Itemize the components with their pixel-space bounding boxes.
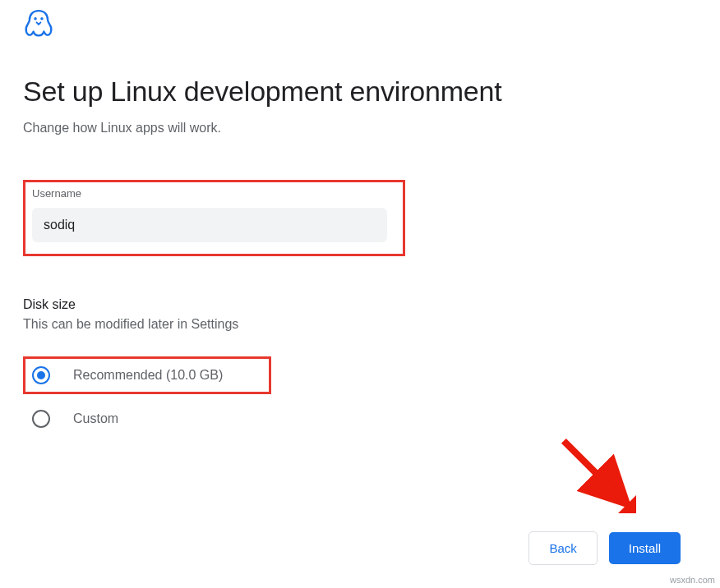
page-subtitle: Change how Linux apps will work. [23, 121, 697, 136]
back-button[interactable]: Back [528, 531, 597, 565]
radio-custom[interactable]: Custom [23, 402, 697, 435]
disk-size-hint: This can be modified later in Settings [23, 317, 697, 332]
svg-marker-4 [618, 495, 636, 513]
disk-size-options: Recommended (10.0 GB) Custom [23, 356, 697, 435]
radio-circle-selected-icon [32, 366, 50, 384]
watermark-text: wsxdn.com [670, 575, 715, 585]
radio-circle-unselected-icon [32, 410, 50, 428]
username-section-highlight: Username [23, 180, 405, 256]
penguin-logo-icon [23, 8, 697, 43]
page-title: Set up Linux development environment [23, 76, 697, 108]
disk-size-label: Disk size [23, 297, 697, 312]
radio-recommended-label: Recommended (10.0 GB) [73, 368, 223, 383]
radio-recommended[interactable]: Recommended (10.0 GB) [23, 356, 271, 394]
svg-point-0 [34, 17, 36, 20]
install-button[interactable]: Install [609, 532, 681, 564]
svg-point-1 [40, 17, 43, 20]
username-label: Username [32, 187, 396, 200]
radio-custom-label: Custom [73, 411, 118, 426]
username-input[interactable] [32, 208, 387, 242]
button-row: Back Install [528, 531, 681, 565]
